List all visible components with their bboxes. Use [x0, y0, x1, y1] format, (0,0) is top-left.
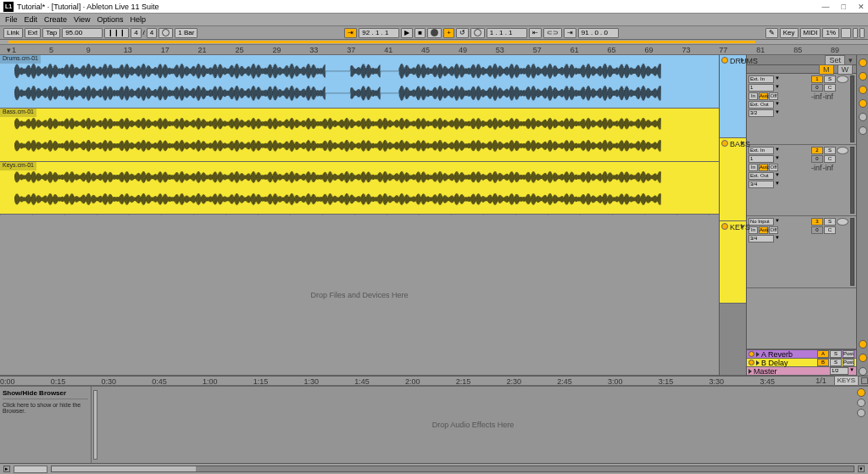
- arrangement-timeline[interactable]: Drums.cm-01Bass.cm-01Keys.cm-01 Drop Fil…: [0, 55, 719, 376]
- monitor-auto[interactable]: Auto: [759, 92, 768, 100]
- track-options-2[interactable]: [859, 354, 867, 362]
- solo-button[interactable]: S: [830, 350, 842, 358]
- io-toggle[interactable]: [859, 59, 867, 67]
- solo-button[interactable]: S: [824, 147, 836, 154]
- menu-options[interactable]: Options: [97, 15, 123, 24]
- h-scrollbar[interactable]: [51, 466, 854, 472]
- menu-view[interactable]: View: [74, 15, 90, 24]
- drop-area[interactable]: Drop Files and Devices Here: [0, 215, 719, 376]
- track-header-bass[interactable]: BASS: [720, 138, 746, 221]
- automation-arm-button[interactable]: ↺: [456, 28, 469, 38]
- detail-toggle-2[interactable]: [857, 399, 865, 407]
- crossfade-toggle[interactable]: [859, 126, 867, 135]
- loop-start-field[interactable]: 1 . 1 . 1: [487, 28, 527, 38]
- detail-toggle-1[interactable]: [857, 388, 865, 397]
- output-channel[interactable]: 3/2: [748, 109, 774, 117]
- set-collapse-icon[interactable]: ▾: [849, 56, 853, 64]
- clip-label[interactable]: Bass.cm-01: [0, 109, 36, 117]
- track-header-drums[interactable]: DRUMS: [720, 55, 746, 138]
- track-number[interactable]: 2: [811, 147, 823, 154]
- solo-button[interactable]: S: [830, 359, 842, 366]
- menu-file[interactable]: File: [5, 15, 18, 24]
- track-number[interactable]: 3: [811, 218, 823, 226]
- collapse-icon[interactable]: [861, 377, 868, 384]
- monitor-auto[interactable]: Auto: [759, 164, 768, 171]
- pan-c[interactable]: C: [824, 226, 836, 234]
- metronome-button[interactable]: [159, 28, 173, 38]
- detail-handle[interactable]: [93, 390, 97, 460]
- delay-toggle[interactable]: [859, 113, 867, 121]
- returns-toggle[interactable]: [859, 86, 867, 94]
- track-number[interactable]: 1: [811, 75, 823, 83]
- pan-c[interactable]: C: [824, 155, 836, 163]
- solo-button[interactable]: S: [824, 75, 836, 83]
- send-level[interactable]: 0: [811, 84, 823, 92]
- input-type[interactable]: No Input: [748, 218, 774, 226]
- input-channel[interactable]: 1: [748, 84, 774, 92]
- track-row-keys[interactable]: Keys.cm-01: [0, 162, 719, 215]
- play-button[interactable]: ▶: [401, 28, 413, 38]
- sends-toggle[interactable]: [859, 72, 867, 81]
- post-button[interactable]: Post: [843, 350, 854, 358]
- post-button[interactable]: Post: [843, 359, 854, 366]
- position-field[interactable]: 92 . 1 . 1: [359, 28, 399, 38]
- detail-toggle-3[interactable]: [857, 409, 865, 417]
- menu-help[interactable]: Help: [130, 15, 146, 24]
- close-button[interactable]: ✕: [858, 3, 865, 11]
- arrangement-view-button[interactable]: W: [837, 64, 854, 75]
- key-map-button[interactable]: Key: [780, 28, 798, 38]
- arm-button[interactable]: [837, 147, 849, 154]
- return-letter[interactable]: A: [817, 350, 829, 358]
- ext-button[interactable]: Ext: [25, 28, 42, 38]
- session-view-button[interactable]: M: [819, 64, 834, 75]
- arm-button[interactable]: [837, 75, 849, 83]
- arm-button[interactable]: [837, 218, 849, 226]
- clip-label[interactable]: Drums.cm-01: [0, 55, 41, 64]
- punch-in-button[interactable]: ⇤: [529, 28, 542, 38]
- output-type[interactable]: Ext. Out: [748, 172, 774, 180]
- activator-button[interactable]: [748, 360, 754, 365]
- fold-icon[interactable]: [756, 360, 760, 365]
- tap-button[interactable]: Tap: [42, 28, 60, 38]
- monitor-auto[interactable]: Auto: [759, 226, 768, 234]
- monitor-off[interactable]: Off: [769, 164, 778, 171]
- timesig-den[interactable]: 4: [147, 28, 157, 38]
- output-channel[interactable]: 3/4: [748, 181, 774, 188]
- monitor-off[interactable]: Off: [769, 92, 778, 100]
- menu-edit[interactable]: Edit: [25, 15, 38, 24]
- quantize-menu[interactable]: 1 Bar: [175, 28, 198, 38]
- overdub-button[interactable]: +: [443, 28, 454, 38]
- input-type[interactable]: Ext. In: [748, 75, 774, 83]
- session-record-button[interactable]: [470, 28, 485, 38]
- fold-icon[interactable]: [741, 58, 744, 63]
- activator-button[interactable]: [721, 140, 728, 147]
- send-level[interactable]: 0: [811, 155, 823, 163]
- mixer-toggle[interactable]: [859, 99, 867, 108]
- link-button[interactable]: Link: [3, 28, 23, 38]
- input-type[interactable]: Ext. In: [748, 147, 774, 154]
- activator-button[interactable]: [748, 351, 754, 357]
- keys-button[interactable]: KEYS: [834, 376, 859, 386]
- track-header-keys[interactable]: KEYS: [720, 221, 746, 304]
- menu-create[interactable]: Create: [44, 15, 67, 24]
- detail-view[interactable]: Drop Audio Effects Here: [92, 387, 854, 463]
- track-row-drums[interactable]: Drums.cm-01: [0, 55, 719, 109]
- track-options-3[interactable]: [859, 367, 867, 376]
- loop-length-field[interactable]: 91 . 0 . 0: [578, 28, 619, 38]
- minimize-button[interactable]: —: [822, 3, 830, 11]
- fold-icon[interactable]: [741, 141, 744, 146]
- master-out[interactable]: 1/2: [830, 367, 849, 375]
- return-track-b[interactable]: B DelayBSPost: [747, 359, 856, 367]
- loop-button[interactable]: ⊂⊃: [543, 28, 562, 38]
- input-channel[interactable]: 1: [748, 155, 774, 163]
- monitor-in[interactable]: In: [748, 164, 758, 171]
- beat-ruler[interactable]: ▾ 15913172125293337414549535761656973778…: [0, 45, 868, 55]
- pan-c[interactable]: C: [824, 84, 836, 92]
- output-channel[interactable]: 3/4: [748, 235, 774, 243]
- time-ruler[interactable]: 0:000:150:300:451:001:151:301:452:002:15…: [0, 376, 868, 385]
- follow-button[interactable]: ⇥: [344, 28, 357, 38]
- solo-button[interactable]: S: [824, 218, 836, 226]
- nudge-down-button[interactable]: ❙❙❙: [104, 28, 129, 38]
- activator-button[interactable]: [721, 223, 728, 230]
- midi-map-button[interactable]: MIDI: [800, 28, 821, 38]
